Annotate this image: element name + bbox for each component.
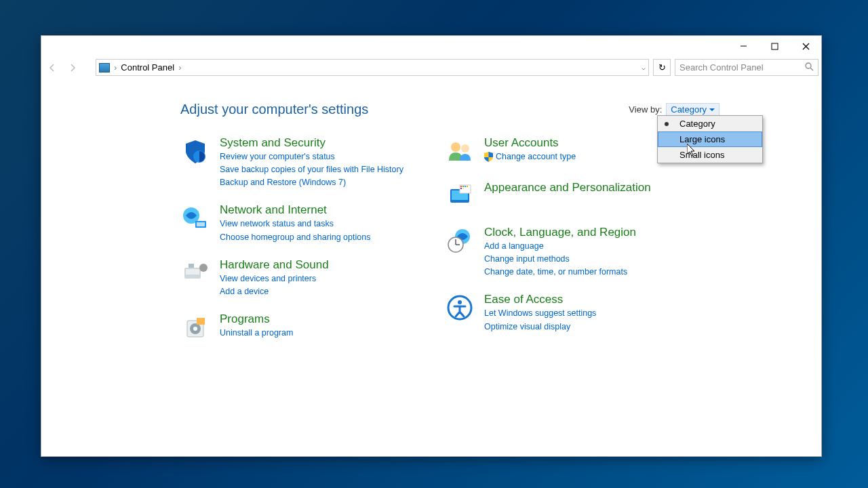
clock-language-region-icon — [445, 226, 475, 256]
category-link[interactable]: Change account type — [484, 150, 576, 163]
svg-rect-26 — [467, 186, 468, 187]
search-input[interactable]: Search Control Panel — [675, 59, 818, 76]
category-link[interactable]: Change date, time, or number formats — [484, 266, 636, 278]
view-by-label: View by: — [629, 104, 662, 115]
system-security-icon — [180, 136, 210, 166]
svg-line-5 — [810, 68, 813, 70]
category-title[interactable]: Appearance and Personalization — [484, 181, 651, 195]
category-title[interactable]: System and Security — [220, 136, 403, 150]
view-by-dropdown-button[interactable]: Category — [666, 103, 719, 116]
category-link[interactable]: Add a language — [484, 240, 636, 252]
category-link[interactable]: View devices and printers — [220, 272, 329, 285]
category-ease-of-access: Ease of Access Let Windows suggest setti… — [445, 293, 669, 332]
category-link[interactable]: Add a device — [220, 285, 329, 298]
svg-rect-28 — [462, 188, 464, 189]
svg-point-16 — [193, 327, 197, 331]
category-clock-language-region: Clock, Language, and Region Add a langua… — [445, 226, 669, 278]
svg-rect-1 — [772, 43, 778, 49]
category-system-security: System and Security Review your computer… — [180, 136, 404, 188]
breadcrumb-separator: › — [178, 62, 181, 73]
category-title[interactable]: Programs — [220, 312, 293, 326]
svg-rect-25 — [465, 186, 466, 187]
left-column: System and Security Review your computer… — [180, 136, 404, 357]
category-title[interactable]: Ease of Access — [484, 293, 596, 306]
minimize-button[interactable] — [728, 36, 759, 56]
control-panel-window: › Control Panel › ⌵ ↻ Search Control Pan… — [41, 35, 822, 457]
navbar: › Control Panel › ⌵ ↻ Search Control Pan… — [41, 56, 821, 79]
category-link[interactable]: Choose homegroup and sharing options — [220, 231, 370, 243]
category-link[interactable]: Uninstall a program — [220, 327, 293, 339]
view-by-control: View by: Category — [629, 103, 719, 116]
address-dropdown-icon[interactable]: ⌵ — [642, 64, 646, 71]
svg-rect-11 — [186, 269, 199, 274]
category-programs: Programs Uninstall a program — [180, 312, 404, 342]
category-title[interactable]: Clock, Language, and Region — [484, 226, 636, 239]
appearance-icon — [445, 181, 475, 211]
svg-rect-24 — [462, 186, 464, 187]
svg-point-19 — [461, 144, 469, 152]
breadcrumb-separator: › — [114, 62, 117, 73]
svg-point-34 — [458, 300, 462, 304]
back-button[interactable] — [44, 60, 60, 76]
maximize-button[interactable] — [759, 36, 790, 56]
forward-button[interactable] — [64, 60, 81, 76]
chevron-down-icon — [709, 108, 715, 111]
category-title[interactable]: Network and Internet — [220, 203, 370, 217]
category-link[interactable]: Save backup copies of your files with Fi… — [220, 163, 403, 176]
uac-shield-icon — [484, 152, 493, 162]
category-hardware-sound: Hardware and Sound View devices and prin… — [180, 258, 404, 298]
svg-rect-12 — [189, 264, 194, 268]
category-title[interactable]: Hardware and Sound — [220, 258, 329, 272]
category-link[interactable]: Let Windows suggest settings — [484, 307, 596, 319]
category-link[interactable]: Backup and Restore (Windows 7) — [220, 176, 403, 188]
right-column: User Accounts Change account type Appear… — [445, 136, 669, 357]
programs-icon — [180, 312, 210, 342]
category-appearance-personalization: Appearance and Personalization — [445, 181, 669, 211]
categories-grid: System and Security Review your computer… — [180, 136, 774, 357]
refresh-button[interactable]: ↻ — [653, 59, 671, 76]
category-link[interactable]: View network status and tasks — [220, 218, 370, 230]
user-accounts-icon — [445, 136, 475, 166]
svg-rect-9 — [197, 222, 205, 226]
content-area: Adjust your computer's settings View by:… — [41, 79, 821, 456]
category-link[interactable]: Change input methods — [484, 253, 636, 265]
close-button[interactable] — [790, 36, 821, 56]
svg-rect-17 — [197, 318, 205, 325]
svg-point-18 — [451, 142, 460, 152]
svg-rect-23 — [460, 186, 462, 187]
dropdown-item-small-icons[interactable]: Small icons — [658, 147, 762, 163]
category-link[interactable]: Review your computer's status — [220, 150, 403, 163]
dropdown-item-category[interactable]: Category — [658, 116, 762, 131]
ease-of-access-icon — [445, 293, 475, 323]
titlebar — [41, 36, 821, 56]
search-icon — [805, 62, 814, 73]
control-panel-icon — [99, 63, 110, 73]
breadcrumb[interactable]: Control Panel — [121, 62, 174, 73]
network-internet-icon — [180, 203, 210, 233]
svg-point-4 — [806, 63, 811, 68]
svg-rect-27 — [460, 188, 462, 189]
dropdown-item-large-icons[interactable]: Large icons — [658, 131, 762, 147]
category-link[interactable]: Optimize visual display — [484, 321, 596, 333]
category-user-accounts: User Accounts Change account type — [445, 136, 669, 166]
address-bar[interactable]: › Control Panel › ⌵ — [96, 59, 649, 76]
hardware-sound-icon — [180, 258, 210, 288]
category-network-internet: Network and Internet View network status… — [180, 203, 404, 243]
category-title[interactable]: User Accounts — [484, 136, 576, 150]
search-placeholder: Search Control Panel — [679, 62, 764, 73]
svg-point-13 — [199, 264, 208, 272]
view-by-dropdown-menu: Category Large icons Small icons — [657, 115, 763, 163]
